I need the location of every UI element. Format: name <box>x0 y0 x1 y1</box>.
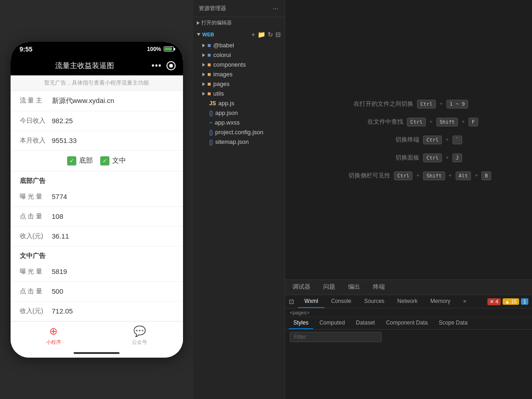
checkbox-middle-label: 文中 <box>112 156 126 165</box>
devtools-tab-wxml[interactable]: Wxml <box>298 295 325 308</box>
add-folder-icon[interactable]: 📁 <box>257 31 265 38</box>
devtools-subtab-computed[interactable]: Computed <box>315 317 349 329</box>
file-name-images: images <box>213 71 233 78</box>
kbd-ctrl-3: Ctrl <box>423 136 442 144</box>
file-name-sitemap: sitemap.json <box>215 138 249 145</box>
file-projectconfig[interactable]: {} project.config.json <box>193 127 285 137</box>
json-file-icon: {} <box>209 110 213 116</box>
file-name-appwxss: app.wxss <box>215 119 240 126</box>
chevron-right-icon <box>197 21 200 25</box>
json-file-icon-2: {} <box>209 129 213 136</box>
info-row-exposure-1: 曝 光 量 5774 <box>11 187 183 207</box>
label-revenue-1: 收入(元) <box>20 232 52 240</box>
kbd-alt: Alt <box>456 171 471 180</box>
file-components[interactable]: ■ components <box>193 60 285 69</box>
section-header-bottom: 底部广告 <box>11 171 183 187</box>
editor-empty-state: 在打开的文件之间切换 Ctrl + 1 ~ 9 在文件中查找 Ctrl + Sh… <box>285 0 532 279</box>
badge-warn-icon: ▲ <box>505 299 510 304</box>
value-revenue-2: 712.05 <box>52 307 73 315</box>
badge-info: 1 <box>521 298 528 305</box>
file-utils[interactable]: ■ utils <box>193 89 285 98</box>
folder-chevron-icon <box>202 53 205 57</box>
kbd-ctrl-2: Ctrl <box>407 118 426 126</box>
file-appwxss[interactable]: ~ app.wxss <box>193 118 285 127</box>
file-appjson[interactable]: {} app.json <box>193 108 285 118</box>
phone-title-bar: 流量主收益装逼图 ••• <box>11 57 183 75</box>
file-sitemap[interactable]: {} sitemap.json <box>193 137 285 147</box>
value-today: 982.25 <box>52 117 73 125</box>
folder-icon-babel: ■ <box>207 42 211 49</box>
miniapp-icon: ⊕ <box>47 325 59 337</box>
file-appjs[interactable]: JS app.js <box>193 98 285 108</box>
phone-time: 9:55 <box>20 46 33 53</box>
file-name-projectconfig: project.config.json <box>215 129 263 136</box>
title-right-icons[interactable]: ••• <box>152 61 176 71</box>
folder-chevron-icon <box>202 73 205 76</box>
collapse-icon[interactable]: ⊟ <box>275 31 281 38</box>
value-exposure-1: 5774 <box>52 193 67 200</box>
open-editors-section[interactable]: 打开的编辑器 <box>193 17 285 28</box>
add-file-icon[interactable]: + <box>252 31 255 38</box>
editor-area: 在打开的文件之间切换 Ctrl + 1 ~ 9 在文件中查找 Ctrl + Sh… <box>285 0 532 399</box>
kbd-ctrl-5: Ctrl <box>394 171 413 180</box>
devtools-subtab-component-data[interactable]: Component Data <box>381 317 432 329</box>
checkbox-middle[interactable]: ✓ 文中 <box>100 156 126 165</box>
devtools-tab-console[interactable]: Console <box>325 295 358 308</box>
devtools-top-tabs: 调试器 问题 编出 终端 <box>285 280 532 295</box>
phone-bottom-nav: ⊕ 小程序 💬 公众号 <box>11 321 183 349</box>
badge-error: ✕ 4 <box>487 298 500 305</box>
kbd-ctrl-1: Ctrl <box>417 100 436 108</box>
nav-item-miniapp[interactable]: ⊕ 小程序 <box>11 325 97 346</box>
record-button[interactable] <box>166 61 176 70</box>
nav-item-official[interactable]: 💬 公众号 <box>97 325 183 346</box>
wxss-file-icon: ~ <box>209 120 212 126</box>
devtools-badges: ✕ 4 ▲ 15 1 <box>487 298 532 305</box>
devtools-filter-input[interactable] <box>290 332 382 342</box>
label-clicks-2: 点 击 量 <box>20 287 52 296</box>
checkbox-middle-icon: ✓ <box>100 156 109 165</box>
checkbox-bottom[interactable]: ✓ 底部 <box>67 156 93 165</box>
devtools-tab-network[interactable]: Network <box>391 295 424 308</box>
file-images[interactable]: ■ images <box>193 69 285 79</box>
devtools-top-tab-output[interactable]: 编出 <box>346 280 362 295</box>
refresh-icon[interactable]: ↻ <box>268 31 273 38</box>
folder-chevron-icon <box>202 44 205 47</box>
kbd-ctrl-4: Ctrl <box>423 154 442 162</box>
info-row-clicks-2: 点 击 量 500 <box>11 282 183 302</box>
devtools-subtab-styles[interactable]: Styles <box>289 317 313 329</box>
phone-content: 流 量 主 新源代www.xydai.cn 今日收入 982.25 本月收入 9… <box>11 91 183 321</box>
devtools-top-tab-issues[interactable]: 问题 <box>321 280 337 295</box>
devtools-filter-row <box>285 330 532 344</box>
devtools-subtabs-row: Styles Computed Dataset Component Data S… <box>285 317 532 330</box>
devtools-tab-sources[interactable]: Sources <box>358 295 391 308</box>
devtools-subtab-scope-data[interactable]: Scope Data <box>434 317 472 329</box>
devtools-top-tab-terminal[interactable]: 终端 <box>371 280 387 295</box>
more-options-icon[interactable]: ••• <box>152 61 162 71</box>
phone-app-title: 流量主收益装逼图 <box>18 61 152 71</box>
shortcut-hint-sidebar: 切换侧栏可见性 <box>326 171 390 180</box>
file-colorui[interactable]: ■ colorui <box>193 50 285 60</box>
checkbox-bottom-label: 底部 <box>79 156 93 165</box>
battery-icon <box>164 46 174 51</box>
folder-chevron-icon <box>202 92 205 96</box>
chevron-down-icon <box>197 33 200 36</box>
info-row-traffic: 流 量 主 新源代www.xydai.cn <box>11 91 183 111</box>
file-pages[interactable]: ■ pages <box>193 79 285 89</box>
info-row-revenue-1: 收入(元) 36.11 <box>11 227 183 246</box>
file-name-appjs: app.js <box>218 100 235 107</box>
devtools-tabs-row: ⊡ Wxml Console Sources Network Memory <box>285 295 532 308</box>
nav-label-miniapp: 小程序 <box>46 339 61 346</box>
more-icon[interactable]: ··· <box>272 4 279 13</box>
devtools-tab-memory[interactable]: Memory <box>424 295 457 308</box>
devtools-top-tab-debugger[interactable]: 调试器 <box>291 280 312 295</box>
file-name-appjson: app.json <box>215 109 238 116</box>
inspect-element-icon[interactable]: ⊡ <box>285 296 298 307</box>
value-revenue-1: 36.11 <box>52 232 69 240</box>
web-folder-section[interactable]: WEB + 📁 ↻ ⊟ <box>193 28 285 40</box>
file-babel[interactable]: ■ @babel <box>193 40 285 50</box>
info-row-today: 今日收入 982.25 <box>11 111 183 131</box>
devtools-subtab-dataset[interactable]: Dataset <box>351 317 379 329</box>
phone-home-indicator <box>11 349 183 358</box>
devtools-tab-more[interactable]: » <box>457 295 473 308</box>
label-exposure-1: 曝 光 量 <box>20 193 52 201</box>
